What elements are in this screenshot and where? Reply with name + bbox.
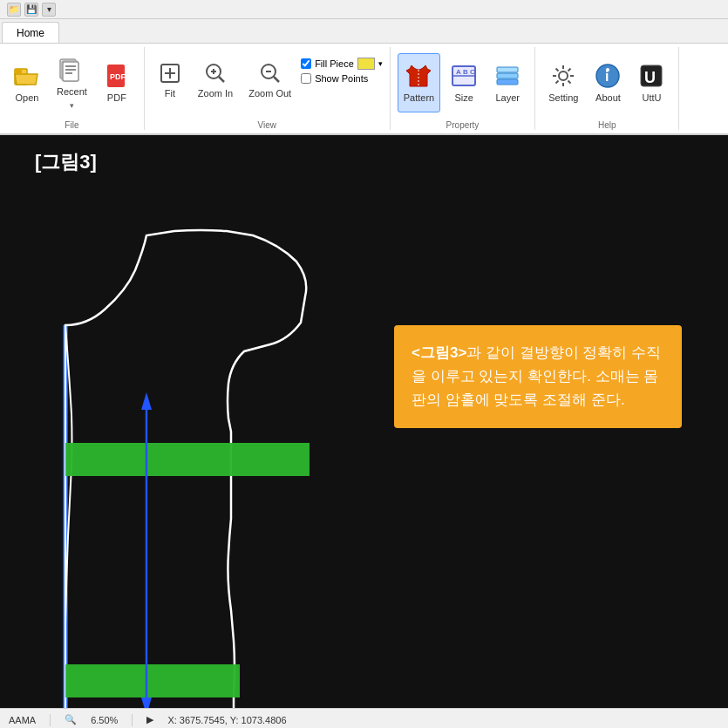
color-swatch[interactable] — [357, 58, 375, 70]
help-group-label: Help — [598, 119, 616, 130]
fit-icon — [158, 61, 182, 85]
svg-marker-1 — [15, 74, 37, 85]
tab-home[interactable]: Home — [2, 22, 59, 43]
canvas-area: [그림3] <그림3>과 같이 결방향이 정확히 수직을 이루고 있는지 확인한… — [0, 135, 728, 708]
svg-text:A: A — [456, 68, 461, 76]
show-points-label: Show Points — [315, 73, 368, 84]
svg-point-41 — [606, 68, 609, 71]
uttu-label: UttU — [642, 92, 661, 104]
ribbon-toolbar: Open Recent ▾ — [0, 44, 728, 135]
zoom-out-icon — [258, 61, 282, 85]
about-button[interactable]: i About — [588, 53, 628, 112]
svg-line-21 — [274, 77, 279, 82]
svg-marker-50 — [141, 392, 152, 410]
layer-icon — [493, 62, 521, 90]
zoom-in-icon — [203, 61, 228, 85]
uttu-button[interactable]: U UttU — [631, 53, 671, 112]
zoom-in-label: Zoom In — [198, 88, 233, 99]
status-separator-2 — [132, 714, 133, 726]
save-icon[interactable]: 💾 — [24, 3, 38, 17]
pattern-button[interactable]: Pattern — [398, 53, 440, 112]
svg-rect-29 — [497, 67, 518, 72]
svg-text:B: B — [463, 68, 468, 76]
zoom-icon: 🔍 — [65, 714, 77, 725]
about-label: About — [595, 92, 621, 104]
size-label: Size — [455, 92, 473, 104]
open-button[interactable]: Open — [7, 53, 47, 112]
property-group-label: Property — [446, 119, 480, 130]
ribbon-tabs: Home — [0, 19, 728, 44]
ribbon-group-view: Fit Zoom In — [145, 47, 391, 130]
tooltip-box: <그림3>과 같이 결방향이 정확히 수직을 이루고 있는지 확인한다. 소매는… — [394, 325, 682, 428]
zoom-out-label: Zoom Out — [248, 88, 291, 99]
status-zoom: 6.50% — [91, 715, 118, 725]
uttu-icon: U — [637, 62, 665, 90]
tooltip-text: <그림3>과 같이 결방향이 정확히 수직을 이루고 있는지 확인한다. 소매는… — [412, 344, 661, 408]
svg-line-36 — [568, 80, 571, 83]
ribbon-group-help: Setting i About U — [535, 47, 679, 130]
pdf-icon: PDF — [103, 62, 131, 90]
setting-icon — [549, 62, 577, 90]
svg-line-37 — [568, 68, 571, 71]
color-dropdown[interactable]: ▾ — [378, 59, 383, 68]
title-bar: 📁 💾 ▾ — [0, 0, 728, 19]
setting-label: Setting — [548, 92, 578, 104]
cursor-icon: ▶ — [146, 714, 153, 725]
about-icon: i — [594, 62, 622, 90]
svg-rect-46 — [65, 443, 310, 476]
size-icon: A B C — [450, 62, 478, 90]
svg-point-30 — [559, 71, 568, 80]
menu-icon[interactable]: ▾ — [42, 3, 56, 17]
fit-label: Fit — [165, 88, 175, 99]
open-icon — [13, 62, 41, 90]
fit-button[interactable]: Fit — [152, 51, 188, 110]
recent-label: Recent — [57, 86, 87, 98]
size-button[interactable]: A B C Size — [444, 53, 484, 112]
recent-icon — [58, 56, 85, 84]
setting-button[interactable]: Setting — [542, 53, 584, 112]
pdf-label: PDF — [107, 92, 126, 104]
svg-rect-28 — [497, 73, 518, 78]
pattern-icon — [405, 62, 432, 90]
file-group-label: File — [65, 119, 78, 130]
layer-button[interactable]: Layer — [487, 53, 527, 112]
fill-piece-checkbox[interactable] — [301, 58, 311, 69]
svg-text:PDF: PDF — [110, 72, 126, 81]
svg-line-38 — [556, 80, 559, 83]
status-separator-1 — [50, 714, 51, 726]
svg-line-18 — [219, 77, 224, 82]
layer-label: Layer — [495, 92, 520, 104]
svg-rect-48 — [65, 664, 240, 697]
pdf-button[interactable]: PDF PDF — [97, 53, 137, 112]
status-format: AAMA — [9, 715, 36, 725]
show-points-checkbox[interactable] — [301, 73, 311, 84]
view-group-label: View — [258, 119, 277, 130]
svg-rect-6 — [63, 62, 78, 81]
status-coordinates: X: 3675.7545, Y: 1073.4806 — [167, 715, 286, 725]
zoom-in-button[interactable]: Zoom In — [192, 51, 239, 110]
zoom-out-button[interactable]: Zoom Out — [242, 51, 297, 110]
status-bar: AAMA 🔍 6.50% ▶ X: 3675.7545, Y: 1073.480… — [0, 708, 728, 728]
svg-rect-27 — [497, 79, 518, 85]
pattern-label: Pattern — [404, 92, 434, 104]
folder-icon[interactable]: 📁 — [7, 3, 21, 17]
recent-arrow: ▾ — [70, 101, 74, 110]
ribbon-group-file: Open Recent ▾ — [0, 47, 145, 130]
svg-marker-51 — [141, 697, 152, 708]
svg-line-35 — [556, 68, 559, 71]
recent-button[interactable]: Recent ▾ — [51, 53, 93, 112]
fill-piece-label: Fill Piece — [315, 58, 354, 69]
svg-text:C: C — [470, 68, 475, 76]
svg-rect-2 — [15, 69, 22, 73]
ribbon-group-property: Pattern A B C Size — [391, 47, 535, 130]
svg-text:U: U — [644, 69, 656, 86]
open-label: Open — [16, 92, 39, 104]
